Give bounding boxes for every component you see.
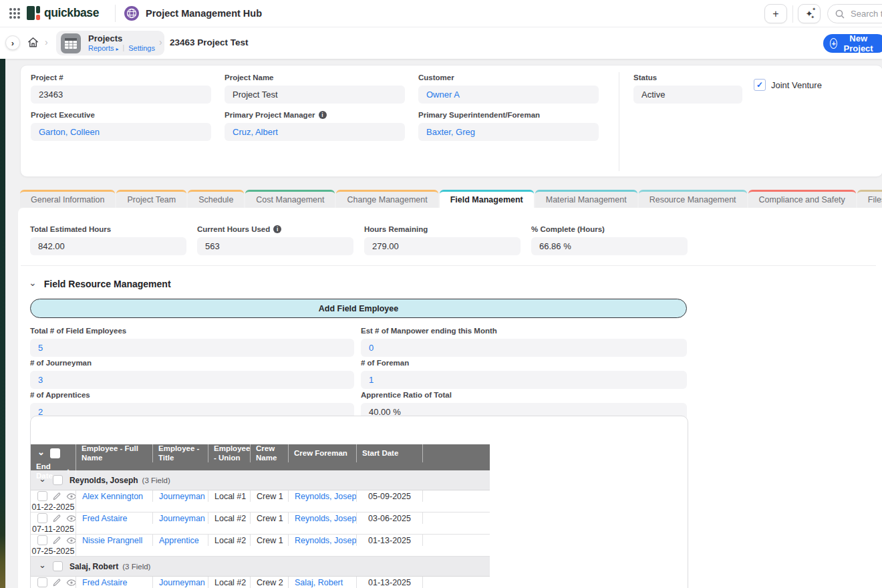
column-header-label: Crew Foreman — [294, 449, 347, 458]
status-field: StatusActive — [633, 74, 742, 104]
tab-label: Schedule — [198, 195, 233, 204]
column-header-crew-name[interactable]: Crew Name — [251, 444, 289, 462]
field-value-of-journeyman[interactable]: 3 — [30, 371, 354, 389]
row-checkbox[interactable] — [37, 577, 47, 587]
chevron-down-icon[interactable]: ⌄ — [39, 474, 46, 484]
column-header-crew-foreman[interactable]: Crew Foreman — [289, 444, 357, 462]
cell-employee-full-name[interactable]: Alex Kennington — [76, 490, 153, 502]
tab-material-management[interactable]: Material Management — [535, 190, 637, 208]
field-label: Primary Superintendent/Foreman — [418, 111, 599, 119]
employee-report-card: ⌄Employee - Full NameEmployee - TitleEmp… — [30, 416, 688, 588]
cell-employee-full-name[interactable]: Fred Astaire — [76, 512, 153, 524]
cell-crew-foreman[interactable]: Reynolds, Joseph — [289, 535, 357, 546]
field-value-est-of-manpower-ending-this-month[interactable]: 0 — [361, 339, 687, 357]
view-record-icon[interactable] — [66, 491, 76, 502]
group-checkbox[interactable] — [53, 561, 63, 571]
cell-start-date: 03-06-2025 — [357, 512, 423, 524]
collapse-section-icon[interactable]: ⌄ — [29, 278, 37, 287]
tab-label: Change Management — [347, 195, 427, 204]
breadcrumb-table[interactable]: Projects Reports ▸ | Settings — [56, 31, 164, 55]
field-value-total-of-field-employees[interactable]: 5 — [30, 339, 354, 357]
column-header-start-date[interactable]: Start Date — [357, 444, 423, 462]
tab-compliance-and-safety[interactable]: Compliance and Safety — [748, 190, 856, 208]
column-header-employee-title[interactable]: Employee - Title — [153, 444, 208, 462]
view-record-icon[interactable] — [66, 513, 76, 524]
field-value-primary-superintendent-foreman[interactable]: Baxter, Greg — [418, 123, 599, 141]
field-value-project-name: Project Test — [225, 86, 405, 104]
edit-record-icon[interactable] — [52, 514, 61, 523]
info-icon: i — [319, 111, 327, 119]
cell-employee-full-name[interactable]: Fred Astaire — [76, 577, 153, 588]
joint-venture-checkbox[interactable]: ✓ — [754, 79, 766, 91]
field-value-project-executive[interactable]: Garton, Colleen — [31, 123, 211, 141]
field-total-estimated-hours: Total Estimated Hours842.00 — [30, 225, 186, 255]
column-header-employee-full-name[interactable]: Employee - Full Name — [76, 444, 153, 462]
field-value-customer[interactable]: Owner A — [418, 86, 599, 104]
field-value-primary-project-manager[interactable]: Cruz, Albert — [225, 123, 405, 141]
content-edge-line — [5, 59, 6, 588]
sparkle-dot-icon: ✦ — [812, 7, 816, 12]
tab-schedule[interactable]: Schedule — [188, 190, 244, 208]
row-checkbox[interactable] — [37, 535, 47, 545]
tab-general-information[interactable]: General Information — [20, 190, 115, 208]
field-value-of-foreman[interactable]: 1 — [361, 371, 687, 389]
cell-employee-full-name[interactable]: Nissie Prangnell — [76, 535, 153, 546]
group-name: Salaj, Robert — [69, 562, 118, 571]
select-all-checkbox[interactable] — [50, 448, 60, 458]
expand-sidebar-button[interactable]: › — [5, 35, 20, 50]
tab-label: Cost Management — [256, 195, 324, 204]
edit-record-icon[interactable] — [52, 492, 61, 501]
cell-crew-foreman[interactable]: Salaj, Robert — [289, 577, 357, 588]
cell-employee-title[interactable]: Apprentice — [153, 535, 208, 546]
new-item-button[interactable]: + — [764, 4, 787, 23]
row-checkbox[interactable] — [37, 513, 47, 523]
header-controls-cell: ⌄ — [31, 444, 76, 462]
column-header-employee-union[interactable]: Employee - Union — [208, 444, 251, 462]
add-field-employee-button[interactable]: Add Field Employee — [30, 299, 687, 318]
search-input[interactable] — [849, 8, 882, 19]
cell-crew-foreman[interactable]: Reynolds, Joseph — [289, 512, 357, 524]
app-icon[interactable] — [124, 5, 140, 21]
app-switcher-icon[interactable] — [9, 8, 20, 19]
breadcrumb-separator-icon: › — [45, 37, 48, 47]
field-label: Hours Remaining — [364, 225, 521, 233]
cell-employee-title[interactable]: Journeyman — [153, 512, 208, 524]
edit-record-icon[interactable] — [52, 578, 61, 587]
tab-cost-management[interactable]: Cost Management — [245, 190, 335, 208]
view-record-icon[interactable] — [66, 535, 76, 546]
cell-employee-title[interactable]: Journeyman — [153, 490, 208, 502]
sort-asc-icon: ↑ — [66, 467, 70, 476]
settings-link[interactable]: Settings — [128, 44, 155, 53]
tab-project-team[interactable]: Project Team — [116, 190, 186, 208]
topbar-divider-2 — [792, 5, 793, 23]
row-checkbox[interactable] — [37, 491, 47, 501]
record-summary-card: Project #23463Project NameProject TestCu… — [20, 65, 882, 177]
group-checkbox[interactable] — [53, 475, 63, 485]
tab-change-management[interactable]: Change Management — [336, 190, 438, 208]
field-label: % Complete (Hours) — [531, 225, 688, 233]
edit-record-icon[interactable] — [52, 536, 61, 545]
cell-employee-union: Local #1 — [208, 490, 251, 502]
reports-menu[interactable]: Reports ▸ — [88, 44, 119, 53]
chevron-down-icon[interactable]: ⌄ — [39, 560, 46, 570]
field-label: Project # — [31, 74, 211, 82]
cell-start-date: 01-13-2025 — [357, 535, 423, 546]
topbar-divider — [115, 5, 116, 22]
quickbase-logo-icon — [27, 6, 40, 20]
search-box[interactable] — [827, 4, 882, 23]
field-customer: CustomerOwner A — [418, 74, 599, 104]
tab-field-management[interactable]: Field Management — [440, 190, 534, 208]
search-icon — [835, 9, 845, 19]
cell-crew-foreman[interactable]: Reynolds, Joseph — [289, 490, 357, 502]
chevron-down-icon[interactable]: ⌄ — [37, 447, 45, 457]
quickbase-logo[interactable]: quickbase — [27, 6, 99, 20]
column-header-label: Crew Name — [256, 444, 283, 462]
new-project-button[interactable]: + New Project — [823, 34, 882, 53]
tab-files-photos[interactable]: Files/Photos — [857, 190, 882, 208]
tab-resource-management[interactable]: Resource Management — [639, 190, 747, 208]
form-divider — [619, 72, 619, 171]
home-icon[interactable] — [27, 36, 39, 51]
cell-employee-title[interactable]: Journeyman — [153, 577, 208, 588]
ai-assistant-button[interactable]: ✦ ✦ ✦ — [798, 4, 821, 23]
view-record-icon[interactable] — [66, 577, 76, 588]
